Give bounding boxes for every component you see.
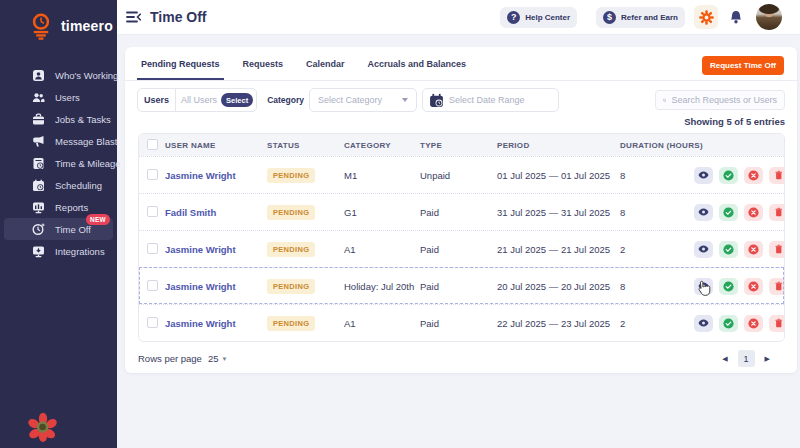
table-row: Jasmine WrightPENDINGA1Paid21 Jul 2025 —… (139, 230, 784, 267)
approve-request-button[interactable] (719, 204, 738, 221)
time-off-card: Pending RequestsRequestsCalendarAccruals… (125, 47, 797, 373)
sidebar-item-label: Scheduling (55, 180, 102, 191)
next-page-button[interactable]: ▶ (760, 355, 775, 363)
status-badge: PENDING (267, 242, 315, 257)
delete-request-button[interactable] (769, 241, 785, 258)
column-header: DURATION (HOURS) (617, 141, 691, 150)
users-filter: Users All Users Select (137, 88, 257, 112)
period-cell: 01 Jul 2025 — 01 Jul 2025 (494, 170, 617, 181)
sidebar-item-label: Reports (55, 202, 88, 213)
sidebar-item-time-mileage[interactable]: Time & Mileage (4, 152, 113, 174)
table-header: USER NAMESTATUSCATEGORYTYPEPERIODDURATIO… (139, 134, 784, 156)
approve-request-button[interactable] (719, 278, 738, 295)
select-all-checkbox[interactable] (147, 139, 158, 150)
view-request-button[interactable] (694, 241, 713, 258)
current-page[interactable]: 1 (738, 350, 755, 367)
deny-request-button[interactable] (744, 241, 763, 258)
message-blast-icon (32, 135, 45, 148)
sidebar-item-who-s-working[interactable]: Who's Working (4, 64, 113, 86)
sidebar-item-users[interactable]: Users (4, 86, 113, 108)
row-actions (691, 167, 785, 184)
column-header: TYPE (417, 141, 494, 150)
deny-request-button[interactable] (744, 315, 763, 332)
user-name-cell[interactable]: Fadil Smith (162, 207, 264, 218)
topbar: Time Off ? Help Center $ Refer and Earn (117, 0, 800, 35)
deny-request-button[interactable] (744, 167, 763, 184)
user-name-cell[interactable]: Jasmine Wright (162, 170, 264, 181)
type-cell: Paid (417, 281, 494, 292)
status-badge: PENDING (267, 205, 315, 220)
category-select[interactable]: Select Category (309, 88, 417, 112)
sidebar-item-message-blast[interactable]: Message Blast (4, 130, 113, 152)
notifications-button[interactable] (728, 8, 744, 26)
category-cell: M1 (341, 170, 417, 181)
tab-calendar[interactable]: Calendar (302, 59, 349, 80)
type-cell: Paid (417, 244, 494, 255)
view-request-button[interactable] (694, 204, 713, 221)
deny-request-button[interactable] (744, 278, 763, 295)
date-range-placeholder: Select Date Range (449, 95, 525, 105)
view-request-button[interactable] (694, 315, 713, 332)
delete-request-button[interactable] (769, 315, 785, 332)
new-badge: NEW (86, 214, 110, 225)
sidebar-item-integrations[interactable]: Integrations (4, 240, 113, 262)
deny-request-button[interactable] (744, 204, 763, 221)
delete-request-button[interactable] (769, 278, 785, 295)
sidebar-item-time-off[interactable]: Time OffNEW (4, 218, 113, 240)
row-checkbox[interactable] (147, 317, 158, 328)
tab-pending-requests[interactable]: Pending Requests (137, 59, 224, 80)
rows-per-page-caret-icon: ▼ (221, 356, 227, 362)
type-cell: Paid (417, 318, 494, 329)
delete-request-button[interactable] (769, 167, 785, 184)
view-request-button[interactable] (694, 167, 713, 184)
duration-cell: 8 (617, 207, 691, 218)
period-cell: 31 Jul 2025 — 31 Jul 2025 (494, 207, 617, 218)
search-input[interactable]: Search Requests or Users (655, 90, 785, 110)
rows-per-page-value[interactable]: 25 (208, 353, 219, 364)
content: Pending RequestsRequestsCalendarAccruals… (117, 35, 800, 448)
help-center-label: Help Center (525, 13, 570, 22)
approve-request-button[interactable] (719, 167, 738, 184)
sidebar-item-jobs-tasks[interactable]: Jobs & Tasks (4, 108, 113, 130)
row-checkbox[interactable] (147, 243, 158, 254)
settings-button[interactable] (694, 5, 718, 29)
page-title: Time Off (150, 9, 207, 25)
sidebar-item-label: Integrations (55, 246, 105, 257)
date-range-picker[interactable]: Select Date Range (422, 88, 559, 112)
search-placeholder: Search Requests or Users (671, 95, 777, 105)
user-name-cell[interactable]: Jasmine Wright (162, 244, 264, 255)
duration-cell: 8 (617, 281, 691, 292)
brand-logo[interactable]: timeero (0, 0, 117, 54)
row-actions (691, 315, 785, 332)
sidebar-nav: Who's WorkingUsersJobs & TasksMessage Bl… (0, 54, 117, 262)
row-checkbox[interactable] (147, 280, 158, 291)
tab-accruals-and-balances[interactable]: Accruals and Balances (364, 59, 471, 80)
type-cell: Paid (417, 207, 494, 218)
sidebar-item-scheduling[interactable]: Scheduling (4, 174, 113, 196)
category-filter-label: Category (267, 95, 304, 105)
column-header: USER NAME (162, 141, 264, 150)
row-checkbox[interactable] (147, 206, 158, 217)
all-users-option[interactable]: All Users (181, 95, 217, 105)
delete-request-button[interactable] (769, 204, 785, 221)
tab-requests[interactable]: Requests (239, 59, 288, 80)
type-cell: Unpaid (417, 170, 494, 181)
period-cell: 22 Jul 2025 — 23 Jul 2025 (494, 318, 617, 329)
user-name-cell[interactable]: Jasmine Wright (162, 318, 264, 329)
category-cell: Holiday: Jul 20th (341, 281, 417, 292)
refer-and-earn-button[interactable]: $ Refer and Earn (596, 7, 685, 28)
select-users-option[interactable]: Select (221, 93, 253, 107)
sidebar: timeero Who's WorkingUsersJobs & TasksMe… (0, 0, 117, 448)
help-center-button[interactable]: ? Help Center (500, 7, 577, 28)
integrations-icon (32, 245, 45, 258)
row-checkbox[interactable] (147, 169, 158, 180)
user-avatar[interactable] (756, 4, 782, 30)
request-time-off-button[interactable]: Request Time Off (702, 56, 784, 75)
collapse-sidebar-icon[interactable] (126, 11, 141, 23)
approve-request-button[interactable] (719, 315, 738, 332)
prev-page-button[interactable]: ◀ (717, 355, 732, 363)
approve-request-button[interactable] (719, 241, 738, 258)
search-icon (663, 95, 666, 106)
user-name-cell[interactable]: Jasmine Wright (162, 281, 264, 292)
table-row: Jasmine WrightPENDINGHoliday: Jul 20thPa… (139, 267, 784, 304)
